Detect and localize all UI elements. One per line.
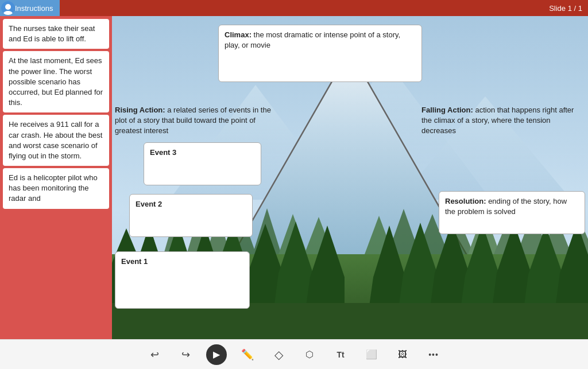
redo-button[interactable]: ↪ (175, 344, 196, 365)
event3-box[interactable]: Event 3 (144, 142, 261, 185)
avatar (1, 1, 15, 15)
event1-label: Event 1 (121, 257, 243, 267)
highlight-icon: ◇ (274, 348, 283, 362)
event3-label: Event 3 (150, 147, 255, 158)
eraser-button[interactable]: ⬡ (299, 344, 320, 365)
text-icon: Tt (336, 350, 344, 359)
shapes-button[interactable]: ⬜ (361, 344, 382, 365)
image-button[interactable]: 🖼 (392, 344, 413, 365)
image-icon: 🖼 (398, 349, 407, 360)
select-icon: ▶ (213, 349, 220, 360)
story-card-2[interactable]: At the last moment, Ed sees the power li… (3, 51, 109, 112)
falling-action-label: Falling Action: action that happens righ… (421, 105, 585, 137)
story-card-text-4: Ed is a helicopter pilot who has been mo… (9, 173, 98, 203)
svg-point-1 (5, 4, 11, 10)
instructions-label: Instructions (15, 4, 53, 13)
story-card-text-3: He receives a 911 call for a car crash. … (9, 120, 102, 160)
event1-box[interactable]: Event 1 (115, 251, 250, 309)
undo-button[interactable]: ↩ (144, 344, 165, 365)
falling-action-title: Falling Action: (421, 106, 473, 114)
story-card-text-2: At the last moment, Ed sees the power li… (9, 56, 103, 107)
story-card-3[interactable]: He receives a 911 call for a car crash. … (3, 115, 109, 166)
select-button[interactable]: ▶ (206, 344, 227, 365)
climax-title: Climax: (225, 30, 252, 39)
resolution-box: Resolution: ending of the story, how the… (439, 191, 585, 234)
undo-icon: ↩ (150, 348, 159, 361)
top-bar: ▼ Instructions Slide 1 / 1 (0, 0, 588, 16)
redo-icon: ↪ (181, 348, 190, 361)
rising-action-label: Rising Action: a related series of event… (115, 105, 276, 137)
more-icon: ••• (428, 350, 439, 359)
highlight-button[interactable]: ◇ (268, 344, 289, 365)
story-card-1[interactable]: The nurses take their seat and Ed is abl… (3, 19, 109, 49)
slide-indicator: Slide 1 / 1 (549, 4, 588, 13)
resolution-title: Resolution: (445, 197, 486, 205)
left-panel: The nurses take their seat and Ed is abl… (0, 16, 112, 339)
climax-box: Climax: the most dramatic or intense poi… (218, 25, 422, 82)
text-button[interactable]: Tt (330, 344, 351, 365)
rising-action-title: Rising Action: (115, 106, 165, 114)
eraser-icon: ⬡ (305, 349, 314, 360)
pen-icon: ✏️ (241, 348, 254, 361)
main-canvas: Climax: the most dramatic or intense poi… (112, 16, 588, 339)
event2-box[interactable]: Event 2 (129, 194, 253, 237)
pen-button[interactable]: ✏️ (237, 344, 258, 365)
more-button[interactable]: ••• (423, 344, 444, 365)
story-card-4[interactable]: Ed is a helicopter pilot who has been mo… (3, 168, 109, 209)
toolbar: ↩ ↪ ▶ ✏️ ◇ ⬡ Tt ⬜ 🖼 ••• (0, 339, 588, 369)
story-card-text-1: The nurses take their seat and Ed is abl… (9, 24, 95, 43)
shapes-icon: ⬜ (366, 349, 377, 360)
event2-label: Event 2 (136, 199, 246, 209)
